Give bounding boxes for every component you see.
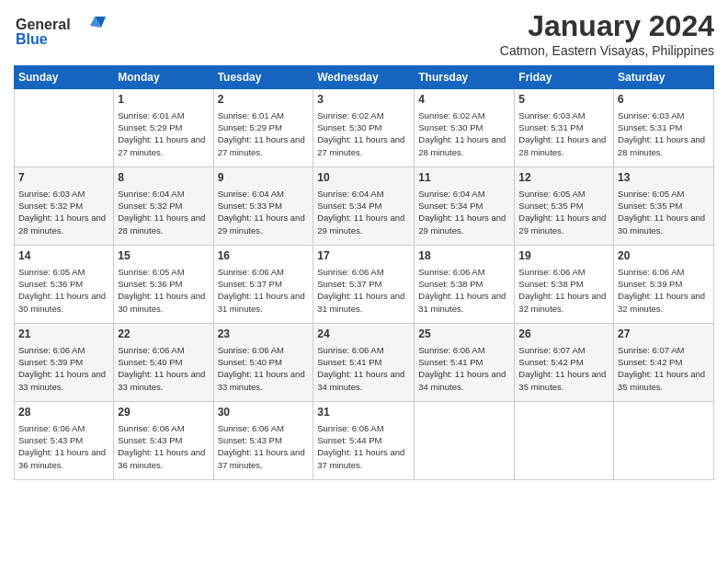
sunset-text: Sunset: 5:36 PM <box>118 278 209 290</box>
sunrise-text: Sunrise: 6:04 AM <box>218 188 310 200</box>
calendar-title: January 2024 <box>500 9 714 43</box>
day-number: 7 <box>18 170 109 186</box>
sunset-text: Sunset: 5:39 PM <box>618 278 710 290</box>
calendar-cell: 13Sunrise: 6:05 AMSunset: 5:35 PMDayligh… <box>614 167 714 246</box>
header: General Blue January 2024 Catmon, Easter… <box>14 9 714 58</box>
sunrise-text: Sunrise: 6:04 AM <box>317 188 410 200</box>
sunset-text: Sunset: 5:40 PM <box>218 356 310 368</box>
daylight-text: Daylight: 11 hours and 35 minutes. <box>618 368 710 393</box>
sunrise-text: Sunrise: 6:05 AM <box>18 266 109 278</box>
calendar-cell: 7Sunrise: 6:03 AMSunset: 5:32 PMDaylight… <box>15 167 114 246</box>
day-number: 10 <box>317 170 410 186</box>
daylight-text: Daylight: 11 hours and 31 minutes. <box>218 290 310 315</box>
col-tuesday: Tuesday <box>213 66 313 89</box>
daylight-text: Daylight: 11 hours and 37 minutes. <box>317 446 410 471</box>
calendar-week-3: 21Sunrise: 6:06 AMSunset: 5:39 PMDayligh… <box>15 324 714 402</box>
daylight-text: Daylight: 11 hours and 34 minutes. <box>418 368 510 393</box>
sunrise-text: Sunrise: 6:03 AM <box>518 109 609 121</box>
calendar-cell: 23Sunrise: 6:06 AMSunset: 5:40 PMDayligh… <box>213 324 313 402</box>
col-thursday: Thursday <box>415 66 515 89</box>
calendar-week-2: 14Sunrise: 6:05 AMSunset: 5:36 PMDayligh… <box>15 246 714 324</box>
sunrise-text: Sunrise: 6:02 AM <box>317 109 410 121</box>
day-number: 22 <box>118 327 209 342</box>
sunrise-text: Sunrise: 6:06 AM <box>418 344 510 356</box>
sunset-text: Sunset: 5:30 PM <box>418 121 510 133</box>
day-number: 3 <box>317 92 410 108</box>
daylight-text: Daylight: 11 hours and 30 minutes. <box>18 290 109 315</box>
calendar-cell: 1Sunrise: 6:01 AMSunset: 5:29 PMDaylight… <box>114 89 213 167</box>
day-number: 28 <box>18 405 109 420</box>
sunrise-text: Sunrise: 6:06 AM <box>317 266 410 278</box>
daylight-text: Daylight: 11 hours and 29 minutes. <box>418 212 510 236</box>
calendar-cell <box>15 89 114 167</box>
calendar-cell: 30Sunrise: 6:06 AMSunset: 5:43 PMDayligh… <box>213 402 313 480</box>
daylight-text: Daylight: 11 hours and 32 minutes. <box>618 290 710 315</box>
day-number: 8 <box>118 170 209 186</box>
day-number: 4 <box>418 92 510 108</box>
daylight-text: Daylight: 11 hours and 29 minutes. <box>317 212 410 236</box>
sunset-text: Sunset: 5:43 PM <box>118 434 209 446</box>
sunset-text: Sunset: 5:31 PM <box>518 121 609 133</box>
day-number: 15 <box>118 248 209 264</box>
day-number: 2 <box>218 92 310 108</box>
daylight-text: Daylight: 11 hours and 36 minutes. <box>18 446 109 471</box>
calendar-cell <box>515 402 614 480</box>
sunrise-text: Sunrise: 6:01 AM <box>218 109 310 121</box>
day-number: 14 <box>18 248 109 264</box>
sunrise-text: Sunrise: 6:03 AM <box>18 188 109 200</box>
sunset-text: Sunset: 5:37 PM <box>317 278 410 290</box>
calendar-cell: 12Sunrise: 6:05 AMSunset: 5:35 PMDayligh… <box>515 167 614 246</box>
day-number: 21 <box>18 327 109 342</box>
sunset-text: Sunset: 5:32 PM <box>18 200 109 212</box>
sunset-text: Sunset: 5:29 PM <box>218 121 310 133</box>
sunset-text: Sunset: 5:39 PM <box>18 356 109 368</box>
day-number: 6 <box>618 92 710 108</box>
calendar-cell: 22Sunrise: 6:06 AMSunset: 5:40 PMDayligh… <box>114 324 213 402</box>
daylight-text: Daylight: 11 hours and 28 minutes. <box>118 212 209 236</box>
col-sunday: Sunday <box>15 66 114 89</box>
sunset-text: Sunset: 5:42 PM <box>618 356 710 368</box>
col-saturday: Saturday <box>614 66 714 89</box>
calendar-cell: 11Sunrise: 6:04 AMSunset: 5:34 PMDayligh… <box>415 167 515 246</box>
calendar-cell: 17Sunrise: 6:06 AMSunset: 5:37 PMDayligh… <box>313 246 415 324</box>
col-wednesday: Wednesday <box>313 66 415 89</box>
day-number: 12 <box>518 170 609 186</box>
col-monday: Monday <box>114 66 213 89</box>
calendar-cell: 4Sunrise: 6:02 AMSunset: 5:30 PMDaylight… <box>415 89 515 167</box>
day-number: 26 <box>518 327 609 342</box>
daylight-text: Daylight: 11 hours and 28 minutes. <box>518 133 609 158</box>
daylight-text: Daylight: 11 hours and 33 minutes. <box>218 368 310 393</box>
sunrise-text: Sunrise: 6:06 AM <box>218 344 310 356</box>
daylight-text: Daylight: 11 hours and 33 minutes. <box>118 368 209 393</box>
day-number: 24 <box>317 327 410 342</box>
sunset-text: Sunset: 5:33 PM <box>218 200 310 212</box>
sunrise-text: Sunrise: 6:01 AM <box>118 109 209 121</box>
calendar-week-1: 7Sunrise: 6:03 AMSunset: 5:32 PMDaylight… <box>15 167 714 246</box>
sunrise-text: Sunrise: 6:06 AM <box>218 422 310 434</box>
daylight-text: Daylight: 11 hours and 34 minutes. <box>317 368 410 393</box>
calendar-cell: 5Sunrise: 6:03 AMSunset: 5:31 PMDaylight… <box>515 89 614 167</box>
sunrise-text: Sunrise: 6:06 AM <box>317 344 410 356</box>
svg-text:General: General <box>16 17 71 32</box>
day-number: 13 <box>618 170 710 186</box>
sunset-text: Sunset: 5:38 PM <box>518 278 609 290</box>
day-number: 29 <box>118 405 209 420</box>
daylight-text: Daylight: 11 hours and 35 minutes. <box>518 368 609 393</box>
daylight-text: Daylight: 11 hours and 28 minutes. <box>418 133 510 158</box>
calendar-cell: 16Sunrise: 6:06 AMSunset: 5:37 PMDayligh… <box>213 246 313 324</box>
calendar-subtitle: Catmon, Eastern Visayas, Philippines <box>500 43 714 58</box>
daylight-text: Daylight: 11 hours and 31 minutes. <box>418 290 510 315</box>
sunrise-text: Sunrise: 6:06 AM <box>218 266 310 278</box>
sunset-text: Sunset: 5:44 PM <box>317 434 410 446</box>
calendar-cell: 29Sunrise: 6:06 AMSunset: 5:43 PMDayligh… <box>114 402 213 480</box>
calendar-cell: 9Sunrise: 6:04 AMSunset: 5:33 PMDaylight… <box>213 167 313 246</box>
sunrise-text: Sunrise: 6:06 AM <box>18 344 109 356</box>
calendar-cell: 28Sunrise: 6:06 AMSunset: 5:43 PMDayligh… <box>15 402 114 480</box>
sunset-text: Sunset: 5:41 PM <box>317 356 410 368</box>
sunrise-text: Sunrise: 6:06 AM <box>18 422 109 434</box>
calendar-cell: 20Sunrise: 6:06 AMSunset: 5:39 PMDayligh… <box>614 246 714 324</box>
daylight-text: Daylight: 11 hours and 31 minutes. <box>317 290 410 315</box>
day-number: 17 <box>317 248 410 264</box>
calendar-cell: 18Sunrise: 6:06 AMSunset: 5:38 PMDayligh… <box>415 246 515 324</box>
day-number: 1 <box>118 92 209 108</box>
